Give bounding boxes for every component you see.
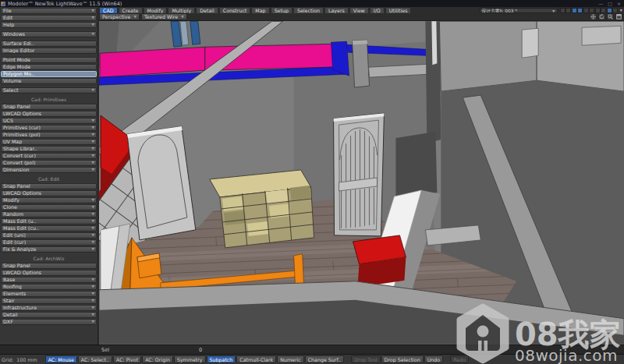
view-mode-dropdown[interactable]: Perspective ▼ — [99, 13, 140, 20]
maximize-button[interactable]: □ — [608, 1, 612, 6]
menu-item-utilities[interactable]: Utilities — [385, 7, 412, 13]
minimize-button[interactable]: — — [598, 1, 603, 6]
chevron-down-icon: ▼ — [92, 153, 94, 159]
sidebar-item-volume[interactable]: Volume — [1, 78, 97, 84]
sidebar-item-roofing[interactable]: Roofing▼ — [1, 284, 97, 290]
sidebar-item-edge-mode[interactable]: Edge Mode — [1, 64, 97, 70]
layer-cell-7[interactable] — [595, 8, 601, 13]
layer-cell-3[interactable] — [572, 8, 577, 13]
chevron-down-icon: ▼ — [92, 277, 94, 283]
sidebar-item-clone[interactable]: Clone▼ — [1, 204, 97, 210]
menu-item-modify[interactable]: Modify — [144, 7, 168, 13]
chevron-down-icon: ▼ — [92, 204, 94, 210]
layer-cell-2[interactable] — [566, 8, 571, 13]
sidebar-item-snap-panel[interactable]: Snap Panel — [1, 263, 97, 269]
layer-cell-4[interactable] — [577, 8, 583, 13]
sidebar-item-edit-uni[interactable]: Edit (uni)▼ — [1, 232, 97, 239]
sidebar-section-header: Cad: Primitives — [1, 97, 97, 103]
sidebar-item-dxf[interactable]: DXF▼ — [1, 319, 97, 325]
status-tool-change-surf[interactable]: Change Surf.. — [305, 355, 344, 363]
sidebar-item-stair[interactable]: Stair▼ — [1, 298, 97, 304]
sidebar-item-polygon-mo[interactable]: Polygon Mo.. — [1, 71, 97, 77]
menu-item-setup[interactable]: Setup — [271, 7, 292, 13]
status-tool-subpatch[interactable]: Subpatch — [207, 355, 236, 363]
sidebar-item-shape-librar[interactable]: Shape Librar..▼ — [1, 146, 97, 152]
status-tool-numeric[interactable]: Numeric — [277, 355, 304, 363]
status-tool-ac-pivot[interactable]: AC: Pivot — [113, 355, 141, 363]
status-tool-ac-mouse[interactable]: AC: Mouse — [45, 355, 77, 363]
menu-item-create[interactable]: Create — [119, 7, 143, 13]
maximize-icon[interactable] — [615, 13, 622, 20]
sidebar-item-lwcad-options[interactable]: LWCAD Options — [1, 190, 97, 196]
layer-cell-6[interactable] — [589, 8, 594, 13]
sidebar-item-help[interactable]: Help▼ — [1, 22, 97, 28]
sidebar-item-image-editor[interactable]: Image Editor — [1, 48, 97, 54]
sidebar-item-label: Surface Edi.. — [3, 41, 34, 47]
status-tool-ac-origin[interactable]: AC: Origin — [142, 355, 173, 363]
sidebar-item-detail[interactable]: Detail▼ — [1, 312, 97, 318]
menu-item-detail[interactable]: Detail — [196, 7, 218, 13]
sidebar-item-ucs[interactable]: UCS▼ — [1, 118, 97, 124]
menu-item-selection[interactable]: Selection — [293, 7, 324, 13]
sidebar-item-base[interactable]: Base▼ — [1, 277, 97, 283]
sidebar-item-surface-edi[interactable]: Surface Edi.. — [1, 41, 97, 47]
sidebar-item-uv-map[interactable]: UV Map▼ — [1, 139, 97, 145]
sidebar-item-modify[interactable]: Modify▼ — [1, 197, 97, 203]
rotate-icon[interactable] — [598, 13, 605, 20]
sidebar-section-header: Cad: Edit — [1, 176, 97, 182]
layer-cell-10[interactable] — [612, 8, 618, 13]
layer-cell-8[interactable] — [601, 8, 606, 13]
sidebar-item-edit-cur[interactable]: Edit (cur)▼ — [1, 239, 97, 246]
sidebar-item-dimension[interactable]: Dimension▼ — [1, 167, 97, 173]
pan-icon[interactable] — [590, 13, 597, 20]
layer-menu-arrow-icon[interactable]: ▼ — [620, 9, 622, 12]
layer-cell-9[interactable] — [607, 8, 612, 13]
sidebar-section-header: Cad: ArchWiz — [1, 256, 97, 262]
sidebar-item-label: Elements — [3, 291, 26, 297]
status-tool-undo[interactable]: Undo — [424, 355, 443, 363]
sidebar-item-label: Polygon Mo.. — [3, 71, 34, 77]
layer-cell-5[interactable] — [583, 8, 589, 13]
render-mode-dropdown[interactable]: Textured Wire ▼ — [141, 13, 187, 20]
sidebar-item-fix-analyze[interactable]: Fix & Analyze▼ — [1, 246, 97, 253]
sidebar-item-random[interactable]: Random▼ — [1, 211, 97, 217]
status-tool-drop-selection[interactable]: Drop Selection — [381, 355, 424, 363]
close-button[interactable]: × — [617, 1, 621, 6]
sidebar-item-windows[interactable]: Windows▼ — [1, 31, 97, 37]
sidebar-item-primitives-cur[interactable]: Primitives (cur)▼ — [1, 125, 97, 131]
sel-label: Sel — [101, 347, 109, 353]
menu-item-layers[interactable]: Layers — [324, 7, 349, 13]
sidebar-item-convert-cur[interactable]: Convert (cur)▼ — [1, 153, 97, 159]
sidebar-item-snap-panel[interactable]: Snap Panel — [1, 183, 97, 189]
menu-item-multiply[interactable]: Multiply — [168, 7, 195, 13]
sidebar-item-lwcad-options[interactable]: LWCAD Options — [1, 111, 97, 117]
menu-item-view[interactable]: View — [349, 7, 369, 13]
sidebar-item-convert-pol[interactable]: Convert (pol)▼ — [1, 160, 97, 166]
menu-item-cad[interactable]: CAD — [99, 7, 118, 13]
object-select-dropdown[interactable]: 设计方案h_003 * ▼ — [480, 8, 558, 13]
sidebar-item-mass-edit-u[interactable]: Mass Edit (u..▼ — [1, 218, 97, 224]
sidebar-item-edit[interactable]: Edit▼ — [1, 15, 97, 21]
chevron-down-icon: ▼ — [92, 87, 94, 94]
menu-item-map[interactable]: Map — [251, 7, 269, 13]
status-tool-ac-select[interactable]: AC: Select.. — [78, 355, 112, 363]
sidebar-item-label: UV Map — [3, 139, 22, 145]
sidebar-item-label: Point Mode — [3, 57, 30, 63]
sidebar-item-mass-edit-cu[interactable]: Mass Edit (cu..▼ — [1, 225, 97, 231]
menu-item-construct[interactable]: Construct — [219, 7, 251, 13]
sidebar-item-primitives-pol[interactable]: Primitives (pol)▼ — [1, 132, 97, 138]
sidebar-item-elements[interactable]: Elements▼ — [1, 291, 97, 297]
zoom-icon[interactable] — [607, 13, 614, 20]
status-tool-catmull-clark[interactable]: Catmull-Clark — [236, 355, 276, 363]
sidebar-item-lwcad-options[interactable]: LWCAD Options — [1, 270, 97, 276]
menu-item-i-o[interactable]: I/O — [370, 7, 385, 13]
sidebar-item-select[interactable]: Select▼ — [1, 87, 97, 94]
sidebar-item-snap-panel[interactable]: Snap Panel — [1, 104, 97, 110]
sidebar-item-file[interactable]: File▼ — [1, 8, 97, 14]
layer-cell-1[interactable] — [560, 8, 566, 13]
status-tool-symmetry[interactable]: Symmetry — [174, 355, 206, 363]
viewport-3d[interactable] — [99, 21, 624, 345]
viewport-scene — [99, 21, 624, 345]
sidebar-item-point-mode[interactable]: Point Mode — [1, 57, 97, 63]
sidebar-item-infrastructure[interactable]: Infrastructure▼ — [1, 305, 97, 311]
